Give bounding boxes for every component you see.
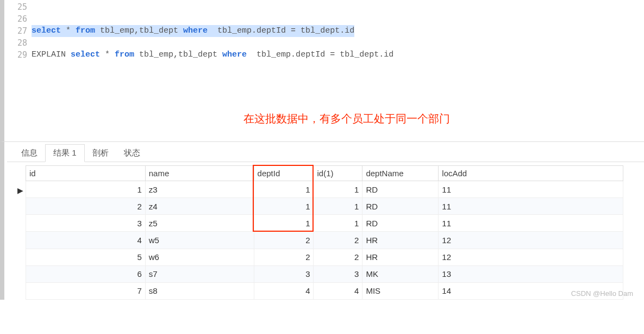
watermark: CSDN @Hello Dam [571, 289, 633, 298]
cell[interactable]: RD [362, 198, 439, 215]
cell[interactable]: 3 [26, 215, 146, 232]
cell[interactable]: 6 [26, 265, 146, 282]
table-row[interactable]: 6s733MK13 [26, 265, 623, 282]
column-header[interactable]: name [145, 166, 254, 181]
cell[interactable]: 1 [314, 215, 362, 232]
code-line[interactable] [32, 1, 644, 13]
cell[interactable]: z3 [145, 181, 254, 198]
line-number: 25 [7, 1, 27, 13]
cell[interactable]: 13 [439, 265, 623, 282]
line-number: 29 [7, 49, 27, 61]
table-row[interactable]: 2z411RD11 [26, 198, 623, 215]
cell[interactable]: 7 [26, 282, 146, 299]
result-grid-wrap: ▶ idnamedeptIdid(1)deptNamelocAdd1z311RD… [7, 162, 644, 300]
cell[interactable]: s7 [145, 265, 254, 282]
cell[interactable]: RD [362, 215, 439, 232]
line-number-gutter: 2526272829 [7, 0, 32, 141]
tab-0[interactable]: 信息 [14, 145, 45, 162]
code-line[interactable] [32, 13, 644, 25]
column-header[interactable]: deptName [362, 166, 439, 181]
cell[interactable]: 2 [314, 232, 362, 249]
column-header[interactable]: id(1) [314, 166, 362, 181]
cell[interactable]: 12 [439, 249, 623, 265]
cell[interactable]: 1 [254, 215, 314, 232]
cell[interactable]: 1 [314, 181, 362, 198]
row-indicator-column: ▶ [15, 165, 26, 300]
row-indicator: ▶ [15, 182, 26, 199]
cell[interactable]: 2 [254, 249, 314, 265]
tab-1[interactable]: 结果 1 [45, 144, 85, 162]
code-line[interactable] [32, 37, 644, 49]
row-indicator [15, 283, 26, 300]
code-line[interactable]: EXPLAIN select * from tbl_emp,tbl_dept w… [32, 49, 644, 61]
cell[interactable]: 11 [439, 215, 623, 232]
cell[interactable]: 4 [26, 232, 146, 249]
tab-3[interactable]: 状态 [116, 145, 148, 162]
cell[interactable]: 12 [439, 232, 623, 249]
cell[interactable]: MK [362, 265, 439, 282]
cell[interactable]: 2 [254, 232, 314, 249]
cell[interactable]: HR [362, 249, 439, 265]
cell[interactable]: 1 [26, 181, 146, 198]
cell[interactable]: z4 [145, 198, 254, 215]
column-header[interactable]: id [26, 166, 146, 181]
line-number: 28 [7, 37, 27, 49]
annotation-text: 在这批数据中，有多个员工处于同一个部门 [243, 112, 450, 126]
sql-editor[interactable]: 2526272829 select * from tbl_emp,tbl_dep… [0, 0, 644, 141]
cell[interactable]: HR [362, 232, 439, 249]
column-header[interactable]: deptId [254, 166, 314, 181]
table-row[interactable]: 3z511RD11 [26, 215, 623, 232]
cell[interactable]: 11 [439, 198, 623, 215]
column-header[interactable]: locAdd [439, 166, 623, 181]
row-indicator [15, 215, 26, 232]
tab-2[interactable]: 剖析 [85, 145, 116, 162]
cell[interactable]: s8 [145, 282, 254, 299]
cell[interactable]: 4 [254, 282, 314, 299]
row-indicator [15, 199, 26, 215]
cell[interactable]: 3 [314, 265, 362, 282]
row-indicator [15, 232, 26, 249]
cell[interactable]: 11 [439, 181, 623, 198]
table-row[interactable]: 1z311RD11 [26, 181, 623, 198]
cell[interactable]: z5 [145, 215, 254, 232]
line-number: 26 [7, 13, 27, 25]
cell[interactable]: 2 [26, 198, 146, 215]
table-row[interactable]: 4w522HR12 [26, 232, 623, 249]
cell[interactable]: 4 [314, 282, 362, 299]
result-tab-bar: 信息结果 1剖析状态 [7, 142, 644, 162]
cell[interactable]: MIS [362, 282, 439, 299]
code-line[interactable]: select * from tbl_emp,tbl_dept where tbl… [32, 25, 644, 37]
cell[interactable]: 1 [314, 198, 362, 215]
result-panel: 信息结果 1剖析状态 ▶ idnamedeptIdid(1)deptNamelo… [0, 141, 644, 300]
result-table[interactable]: idnamedeptIdid(1)deptNamelocAdd1z311RD11… [26, 165, 623, 300]
cell[interactable]: 1 [254, 181, 314, 198]
cell[interactable]: 3 [254, 265, 314, 282]
cell[interactable]: RD [362, 181, 439, 198]
row-indicator [15, 266, 26, 283]
cell[interactable]: w5 [145, 232, 254, 249]
row-indicator [15, 249, 26, 266]
cell[interactable]: w6 [145, 249, 254, 265]
table-row[interactable]: 7s844MIS14 [26, 282, 623, 299]
cell[interactable]: 2 [314, 249, 362, 265]
table-row[interactable]: 5w622HR12 [26, 249, 623, 265]
line-number: 27 [7, 25, 27, 37]
cell[interactable]: 5 [26, 249, 146, 265]
cell[interactable]: 1 [254, 198, 314, 215]
